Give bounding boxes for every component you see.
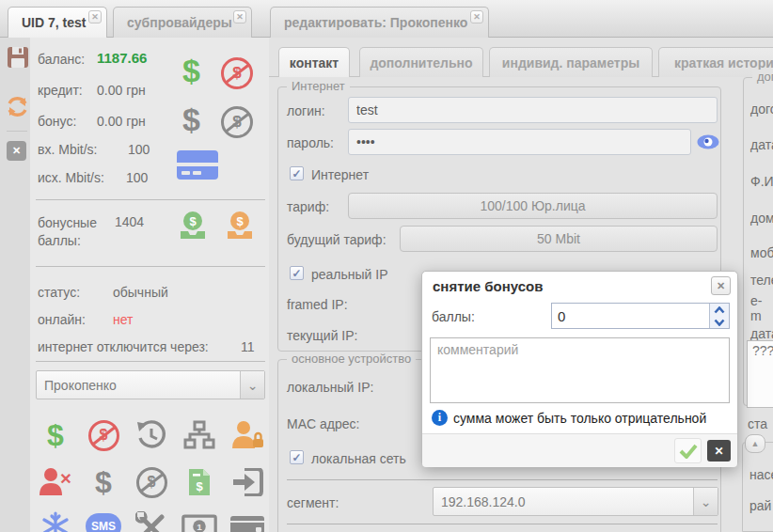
contract-row-label: дого [750,102,773,117]
bonus-removal-dialog: снятие бонусов ✕ баллы: i сумма может бы… [421,271,738,467]
address-row-label: рай [749,498,771,513]
disconnect-label: интернет отключится через: [38,339,209,354]
bonus-payment-icon[interactable]: $ [182,103,200,135]
future-tariff-button[interactable]: 50 Mbit [400,226,718,252]
unknown-value-box[interactable]: ??? [747,340,773,408]
action-icon-row: $ $ [38,418,265,452]
user-lock-icon[interactable] [229,418,265,452]
comment-textarea[interactable] [430,337,730,403]
status-value: обычный [113,285,168,300]
internet-checkbox-label: Интернет [311,167,369,182]
contract-legend: дог [752,70,773,84]
credit-label: кредит: [38,83,83,98]
tab-individual-params[interactable]: индивид. параметры [489,47,653,77]
cancel-payment-icon[interactable]: $ [221,57,253,89]
no-dollar-icon[interactable]: $ [86,418,121,452]
local-ip-label: локальный IP: [287,380,373,395]
online-value: нет [113,312,133,327]
divider [287,479,718,480]
contract-row-label: дом [750,211,773,226]
tab-label: субпровайдеры [127,15,232,30]
history-icon[interactable] [134,418,169,452]
action-icon-row: SMS 1 [38,509,265,532]
cancel-button[interactable]: ✕ [707,440,731,462]
online-label: онлайн: [38,312,86,327]
confirm-button[interactable] [674,438,702,463]
sms-icon[interactable]: SMS [86,509,121,532]
dialog-footer: ✕ [422,433,737,467]
password-input[interactable] [348,129,691,155]
snowflake-icon[interactable] [38,509,73,532]
tools-icon[interactable] [134,509,169,532]
chevron-down-icon[interactable]: ⌄ [693,488,718,515]
toolbar-divider [7,131,27,132]
points-label: баллы: [432,309,475,324]
inbound-speed-value: 100 [128,142,150,157]
outbound-speed-label: исх. Mbit/s: [38,170,104,185]
tab-uid7-test[interactable]: UID 7, test ✕ [8,7,107,38]
framed-ip-label: framed IP: [287,297,348,312]
withdraw-points-icon[interactable]: $ [224,211,256,241]
close-icon[interactable]: ✕ [7,141,26,161]
lan-checkbox[interactable]: ✓ [290,450,304,464]
collapse-icon[interactable]: ▲ [745,434,765,453]
divider [36,266,265,267]
invoice-icon[interactable]: $ [181,465,217,499]
login-input[interactable] [348,97,718,123]
spin-down-icon[interactable] [710,316,729,328]
banknote-icon[interactable]: 1 [181,509,217,532]
balance-value: 1187.66 [97,50,147,66]
contract-row-label: e-m [750,293,773,323]
balance-label: баланс: [38,52,85,67]
future-tariff-label: будущий тариф: [287,232,386,247]
tab-subproviders[interactable]: субпровайдеры ✕ [113,7,252,38]
show-password-eye-icon[interactable] [697,134,719,149]
owner-select[interactable]: Прокопенко ⌄ [36,370,265,399]
contract-row-label: Ф.И [750,174,773,189]
dollar-icon[interactable]: $ [86,465,121,499]
svg-text:1: 1 [197,522,202,532]
tab-close-icon[interactable]: ✕ [470,10,483,23]
action-icon-row: ✕ $ $ $ [38,465,265,499]
add-payment-icon[interactable]: $ [182,55,200,86]
user-remove-icon[interactable]: ✕ [38,465,73,499]
tab-close-icon[interactable]: ✕ [233,10,246,23]
inbound-speed-label: вх. Mbit/s: [38,142,97,157]
real-ip-checkbox[interactable]: ✓ [290,266,304,280]
points-input[interactable] [552,304,709,328]
tab-edit-prokopenko[interactable]: редактировать: Прокопенко ✕ [270,7,489,38]
mac-label: MAC адрес: [287,416,359,431]
dialog-close-icon[interactable]: ✕ [711,276,731,295]
cancel-bonus-icon[interactable]: $ [221,106,253,138]
tab-contact[interactable]: контакт [278,47,350,77]
segment-select[interactable]: 192.168.124.0 ⌄ [433,487,718,516]
network-icon[interactable] [181,418,217,452]
deposit-points-icon[interactable]: $ [177,211,209,241]
internet-checkbox[interactable]: ✓ [290,166,304,180]
contract-row-label: теле [750,273,773,288]
address-row-label: насе [749,467,773,482]
no-dollar-icon[interactable]: $ [134,465,169,499]
points-spinner [551,303,730,329]
refresh-icon[interactable] [5,94,30,119]
tab-additional[interactable]: дополнительно [359,47,483,77]
tab-close-icon[interactable]: ✕ [88,10,102,23]
status-section-label: ста [748,416,767,431]
bonus-label: бонус: [38,114,76,129]
status-label: статус: [38,285,80,300]
login-label: логин: [287,103,325,118]
left-tool-strip: ✕ [0,38,30,532]
save-icon[interactable] [8,47,28,68]
segment-label: сегмент: [287,495,339,510]
tariff-button[interactable]: 100/100 Юр.лица [348,193,718,219]
credit-card-icon[interactable] [177,150,218,180]
credit-value: 0.00 грн [97,83,146,98]
chevron-down-icon[interactable]: ⌄ [240,371,264,399]
wallet-icon[interactable] [229,509,265,532]
internet-legend: Интернет [287,79,350,93]
spin-up-icon[interactable] [710,304,729,316]
login-icon[interactable] [229,465,265,499]
svg-text:$: $ [236,214,244,228]
dollar-icon[interactable]: $ [38,418,73,452]
divider [36,199,265,200]
